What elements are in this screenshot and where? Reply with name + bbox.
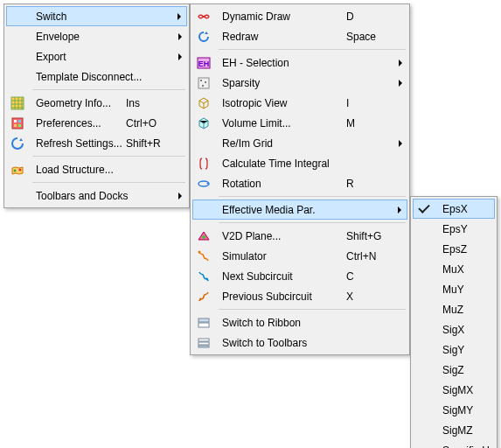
check-icon [414, 200, 434, 218]
label: Preferences... [32, 117, 126, 130]
submenu-arrow-icon [178, 53, 182, 60]
submenu-arrow-icon [399, 140, 402, 147]
menu-item-isotropic-view[interactable]: Isotropic View I [192, 93, 407, 113]
simulator-icon [194, 248, 213, 265]
integral-icon [194, 155, 213, 172]
svg-text:EH: EH [198, 60, 210, 68]
menu-item-volume-limit[interactable]: Volume Limit... M [192, 113, 407, 133]
menu-item-effective-media[interactable]: Effective Media Par. [192, 200, 407, 220]
shortcut: Shift+G [346, 230, 390, 242]
separator [32, 89, 185, 90]
separator [219, 196, 406, 197]
menu-item-geometry-info[interactable]: Geometry Info... Ins [6, 93, 187, 113]
menu-item-template-disconnect[interactable]: Template Disconnect... [6, 66, 187, 87]
load-icon [8, 161, 27, 178]
menu-item-epsz[interactable]: EpsZ [413, 239, 495, 259]
menu-item-dynamic-draw[interactable]: Dynamic Draw D [192, 6, 407, 26]
eh-icon: EH [194, 54, 213, 72]
submenu-arrow-icon [178, 192, 182, 200]
menu-item-preferences[interactable]: Preferences... Ctrl+O [6, 113, 187, 133]
separator [32, 156, 185, 157]
label: Switch to Toolbars [219, 337, 346, 349]
menu-item-switch-ribbon[interactable]: Switch to Ribbon [192, 312, 407, 332]
menu-item-previous-subcircuit[interactable]: Previous Subcircuit X [192, 286, 407, 306]
dynamic-draw-icon [194, 8, 213, 25]
menu-item-muy[interactable]: MuY [413, 279, 495, 299]
label: SigY [439, 344, 486, 356]
label: Switch to Ribbon [219, 317, 346, 329]
menu-item-epsy[interactable]: EpsY [413, 219, 495, 239]
submenu-arrow-icon [177, 13, 181, 20]
menu-item-sigx[interactable]: SigX [413, 319, 495, 340]
label: Volume Limit... [219, 117, 346, 130]
menu-item-export[interactable]: Export [6, 46, 187, 66]
label: Effective Media Par. [219, 204, 346, 216]
submenu-arrow-icon [178, 33, 182, 40]
menu-item-sigmy[interactable]: SigMY [413, 400, 495, 420]
label: EH - Selection [219, 57, 346, 69]
menu-item-toolbars-docks[interactable]: Toolbars and Docks [6, 186, 187, 206]
isotropic-icon [194, 94, 213, 112]
menu-item-next-subcircuit[interactable]: Next Subcircuit C [192, 266, 407, 286]
shortcut: C [346, 270, 390, 283]
label: Sparsity [219, 77, 346, 89]
label: Refresh Settings... [32, 137, 126, 150]
menu-item-sparsity[interactable]: Sparsity [192, 73, 407, 93]
shortcut: Ctrl+O [126, 117, 170, 130]
rotation-icon [194, 175, 213, 192]
menu-item-load-structure[interactable]: Load Structure... [6, 159, 187, 179]
menu-item-simulator[interactable]: Simulator Ctrl+N [192, 246, 407, 266]
toolbars-icon [194, 334, 213, 352]
label: Template Disconnect... [32, 71, 142, 83]
svg-point-11 [200, 80, 202, 81]
shortcut: M [346, 117, 390, 130]
menu-item-switch-toolbars[interactable]: Switch to Toolbars [192, 332, 407, 353]
sparsity-icon [194, 74, 213, 92]
shortcut: I [346, 97, 390, 109]
label: Isotropic View [219, 97, 346, 109]
menu-item-refresh-settings[interactable]: Refresh Settings... Shift+R [6, 133, 187, 153]
menu-item-reim-grid[interactable]: Re/Im Grid [192, 133, 407, 153]
menu-item-eh-selection[interactable]: EH EH - Selection [192, 52, 407, 73]
svg-rect-17 [198, 318, 209, 322]
label: EpsZ [439, 243, 486, 256]
submenu-arrow-icon [399, 60, 402, 66]
shortcut: Space [346, 31, 390, 43]
menu-item-redraw[interactable]: Redraw Space [192, 26, 407, 46]
label: SigMX [439, 384, 486, 396]
svg-point-7 [19, 168, 22, 171]
svg-rect-2 [14, 120, 17, 122]
menu-item-specific-heat[interactable]: Specific Heat [413, 440, 495, 448]
svg-rect-5 [18, 124, 21, 127]
separator [219, 222, 406, 223]
shortcut: Ins [126, 97, 170, 109]
menu-item-switch[interactable]: Switch [6, 6, 187, 26]
menu-item-epsx[interactable]: EpsX [413, 199, 495, 219]
label: Load Structure... [32, 164, 126, 176]
label: Re/Im Grid [219, 137, 346, 150]
menu-item-sigy[interactable]: SigY [413, 340, 495, 360]
label: Previous Subcircuit [219, 290, 346, 303]
menu-item-sigmz[interactable]: SigMZ [413, 420, 495, 440]
label: Envelope [32, 31, 126, 43]
svg-rect-19 [198, 339, 209, 341]
label: Dynamic Draw [219, 10, 346, 23]
menu-item-sigz[interactable]: SigZ [413, 360, 495, 380]
label: SigZ [439, 364, 486, 376]
label: Specific Heat [439, 444, 501, 449]
menu-item-rotation[interactable]: Rotation R [192, 173, 407, 193]
label: Calculate Time Integral [219, 158, 346, 170]
menu-item-mux[interactable]: MuX [413, 259, 495, 279]
svg-point-15 [202, 235, 205, 239]
volume-icon [194, 115, 213, 132]
menu-item-muz[interactable]: MuZ [413, 299, 495, 319]
menu-item-sigmx[interactable]: SigMX [413, 380, 495, 400]
menu-item-envelope[interactable]: Envelope [6, 26, 187, 46]
label: SigX [439, 324, 486, 336]
menu-item-v2d-plane[interactable]: V2D Plane... Shift+G [192, 226, 407, 246]
menu-item-calc-time-integral[interactable]: Calculate Time Integral [192, 153, 407, 173]
label: MuX [439, 263, 486, 276]
context-menu-effective-media: EpsX EpsY EpsZ MuX MuY MuZ SigX SigY Sig… [410, 196, 498, 448]
svg-rect-10 [198, 78, 209, 88]
v2d-icon [194, 228, 213, 245]
